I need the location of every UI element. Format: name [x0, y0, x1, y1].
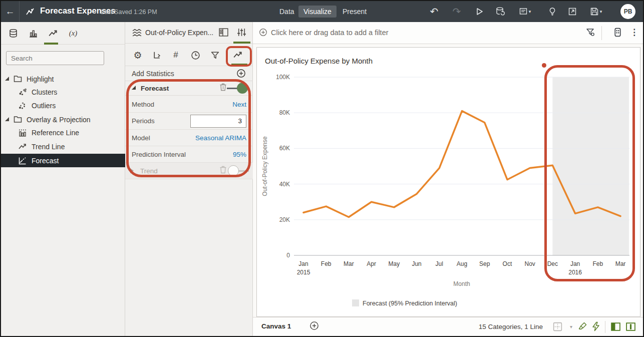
line-chart-visualization[interactable]: Out-of-Policy Expense by Month 020K40K60… — [256, 47, 640, 317]
preview-button[interactable] — [471, 1, 488, 22]
x-tick-label: May — [389, 260, 400, 267]
canvas-tab[interactable]: Canvas 1 — [261, 322, 291, 330]
x-tick-label: Jan — [298, 260, 308, 267]
date-time-icon[interactable] — [189, 49, 202, 62]
expand-icon[interactable] — [130, 168, 136, 173]
user-avatar[interactable]: PB — [620, 4, 635, 19]
save-button[interactable]: ▾ — [585, 1, 607, 22]
add-statistics-label: Add Statistics — [132, 70, 174, 78]
filter-properties-icon[interactable] — [208, 49, 221, 62]
comments-button[interactable]: ▾ — [514, 1, 536, 22]
add-filter-prompt[interactable]: Click here or drag data to add a filter — [259, 28, 389, 37]
visualizations-tab[interactable] — [23, 22, 43, 45]
add-statistics-button[interactable] — [236, 69, 246, 80]
data-panel: (x) Highlight Clusters Outliers — [1, 22, 125, 336]
outliers-icon — [18, 101, 27, 110]
forecast-section-header[interactable]: Forecast — [125, 81, 253, 96]
periods-input[interactable] — [190, 115, 246, 128]
properties-sliders-icon[interactable] — [236, 27, 247, 40]
method-row: Method Next — [125, 96, 253, 113]
analytics-tab[interactable] — [43, 22, 63, 45]
redo-button[interactable]: ↷ — [448, 1, 465, 22]
tree-item-forecast[interactable]: Forecast — [1, 154, 125, 167]
comments-caret-icon: ▾ — [529, 9, 531, 14]
parameters-tab[interactable]: (x) — [63, 22, 83, 45]
legend-swatch — [352, 299, 359, 306]
x-tick-label: Sep — [479, 260, 490, 267]
auto-insights-bolt-button[interactable] — [591, 321, 601, 333]
viz-status-icon[interactable] — [612, 27, 623, 40]
model-value[interactable]: Seasonal ARIMA — [195, 134, 246, 142]
prediction-interval-value[interactable]: 95% — [233, 151, 246, 158]
tree-label: Forecast — [32, 157, 59, 165]
x-tick-label: Mar — [344, 260, 354, 267]
save-caret-icon: ▾ — [600, 9, 602, 14]
search-input[interactable] — [7, 52, 104, 65]
data-tab[interactable] — [3, 22, 23, 45]
tree-folder-overlay-projection[interactable]: Overlay & Projection — [1, 113, 125, 126]
expand-icon[interactable] — [132, 86, 136, 90]
export-button[interactable] — [564, 1, 581, 22]
insights-bulb-button[interactable] — [544, 1, 561, 22]
x-tick-label: Oct — [503, 260, 512, 267]
delete-trend-icon[interactable] — [219, 166, 227, 176]
refresh-data-button[interactable] — [492, 1, 509, 22]
x-tick-label: Mar — [615, 260, 626, 267]
y-tick-label: 40K — [279, 181, 290, 188]
back-button[interactable]: ← — [1, 1, 20, 22]
grid-layout-button[interactable] — [552, 321, 563, 334]
tree-item-outliers[interactable]: Outliers — [1, 99, 125, 112]
folder-icon — [13, 116, 22, 123]
analytics-properties-icon[interactable] — [231, 49, 244, 62]
x-year-label: 2015 — [297, 269, 310, 276]
reference-line-icon — [18, 128, 27, 137]
tab-visualize[interactable]: Visualize — [298, 6, 337, 18]
tree-folder-highlight[interactable]: Highlight — [1, 72, 125, 86]
number-format-icon[interactable]: # — [169, 49, 182, 62]
x-tick-label: Dec — [547, 260, 558, 267]
tree-label: Clusters — [32, 88, 57, 96]
y-tick-label: 0 — [286, 252, 290, 259]
undo-button[interactable]: ↶ — [426, 1, 443, 22]
filter-settings-icon[interactable] — [585, 27, 595, 39]
expand-icon[interactable] — [5, 117, 9, 121]
panel-split-toggle-button[interactable] — [625, 321, 636, 334]
analytics-properties-underline — [231, 64, 247, 66]
y-tick-label: 100K — [276, 74, 290, 81]
x-tick-label: Aug — [457, 260, 467, 267]
add-canvas-button[interactable] — [309, 321, 319, 332]
kebab-menu-icon[interactable]: ⋮ — [630, 27, 638, 38]
workbook-icon — [25, 7, 35, 19]
grammar-panel-icon[interactable] — [218, 27, 229, 40]
general-gear-icon[interactable]: ⚙ — [131, 49, 144, 62]
canvas-style-brush-button[interactable] — [578, 321, 588, 333]
add-statistics-row: Add Statistics — [125, 66, 252, 81]
grid-layout-caret-icon[interactable]: ▾ — [570, 324, 572, 329]
forecast-toggle[interactable] — [228, 83, 248, 94]
tree-label: Overlay & Projection — [27, 116, 91, 124]
tab-data[interactable]: Data — [274, 6, 299, 18]
add-filter-text: Click here or drag data to add a filter — [271, 29, 389, 37]
tree-item-reference-line[interactable]: Reference Line — [1, 126, 125, 139]
x-tick-label: Jan — [570, 260, 580, 267]
divider — [601, 26, 602, 40]
visualization-type-icon — [132, 28, 142, 40]
trend-section-header[interactable]: Trend — [125, 163, 253, 179]
tree-item-clusters[interactable]: Clusters — [1, 85, 125, 99]
tab-present[interactable]: Present — [338, 6, 372, 18]
delete-forecast-icon[interactable] — [219, 83, 227, 93]
tree-item-trend-line[interactable]: Trend Line — [1, 140, 125, 153]
method-value[interactable]: Next — [232, 101, 246, 108]
y-tick-label: 20K — [279, 216, 290, 223]
expand-icon[interactable] — [5, 77, 9, 81]
prediction-interval-label: Prediction Interval — [132, 151, 186, 158]
data-panel-tabs: (x) — [1, 22, 125, 45]
trend-toggle[interactable] — [228, 165, 248, 176]
panel-left-toggle-button[interactable] — [610, 321, 621, 334]
analytics-tab-underline — [44, 43, 58, 45]
canvas-status-text: 15 Categories, 1 Line — [479, 323, 543, 330]
forecast-section-title: Forecast — [141, 85, 169, 92]
tree-label: Reference Line — [32, 129, 79, 137]
axis-icon[interactable] — [150, 49, 163, 62]
tree-label: Trend Line — [32, 143, 65, 151]
